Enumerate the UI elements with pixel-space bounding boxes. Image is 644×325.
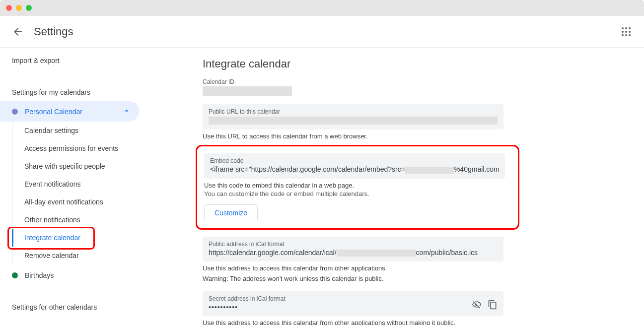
redacted-icon (203, 86, 292, 96)
ical-public-prefix: https://calendar.google.com/calendar/ica… (209, 249, 337, 257)
sidebar-sub-event-notifications[interactable]: Event notifications (12, 175, 139, 193)
sidebar-calendar-label: Birthdays (25, 271, 54, 279)
sidebar-sub-share-people[interactable]: Share with specific people (12, 157, 139, 175)
sidebar: Import & export Settings for my calendar… (0, 48, 139, 325)
embed-code-suffix: %40gmail.com (454, 165, 499, 173)
embed-code-value: <iframe src="https://calendar.google.com… (210, 165, 499, 173)
ical-public-suffix: com/public/basic.ics (416, 249, 478, 257)
public-url-help: Use this URL to access this calendar fro… (203, 132, 632, 140)
ical-public-field[interactable]: Public address in iCal format https://ca… (203, 237, 503, 261)
copy-icon[interactable] (488, 300, 498, 311)
ical-secret-field[interactable]: Secret address in iCal format •••••••••• (203, 291, 503, 316)
sidebar-calendar-label: Personal Calendar (25, 108, 82, 116)
ical-secret-help: Use this address to access this calendar… (203, 319, 632, 325)
sidebar-sub-integrate-calendar[interactable]: Integrate calendar (12, 229, 139, 247)
svg-point-1 (625, 27, 627, 29)
embed-code-label: Embed code (210, 157, 499, 164)
embed-code-prefix: <iframe src="https://calendar.google.com… (210, 165, 405, 173)
redacted-icon (337, 250, 416, 257)
sidebar-heading-other-calendars: Settings for other calendars (0, 298, 139, 316)
ical-secret-label: Secret address in iCal format (209, 295, 286, 302)
back-button[interactable] (12, 26, 24, 38)
sidebar-item-import-export[interactable]: Import & export (0, 52, 139, 69)
minimize-icon[interactable] (16, 5, 22, 11)
sidebar-sub-calendar-settings[interactable]: Calendar settings (12, 122, 139, 139)
ical-public-help: Use this address to access this calendar… (203, 264, 632, 272)
svg-point-3 (622, 31, 624, 33)
embed-help-2: You can customize the code or embed mult… (204, 190, 511, 197)
sidebar-heading-my-calendars: Settings for my calendars (0, 83, 139, 101)
apps-launcher-button[interactable] (616, 22, 636, 42)
redacted-icon (209, 117, 498, 125)
sidebar-sub-other-notifications[interactable]: Other notifications (12, 211, 139, 229)
svg-point-0 (622, 27, 624, 29)
chevron-up-icon (122, 106, 131, 117)
main-content: Integrate calendar Calendar ID Public UR… (139, 48, 644, 325)
ical-public-label: Public address in iCal format (209, 241, 498, 248)
window-titlebar (0, 0, 644, 16)
sidebar-sub-access-permissions[interactable]: Access permissions for events (12, 139, 139, 157)
sidebar-calendar-birthdays[interactable]: Birthdays (0, 266, 139, 284)
calendar-color-dot-icon (12, 272, 18, 278)
visibility-off-icon[interactable] (472, 300, 482, 311)
page-title: Settings (34, 25, 73, 38)
close-icon[interactable] (6, 5, 12, 11)
embed-help-1: Use this code to embed this calendar in … (204, 182, 511, 189)
ical-secret-value: •••••••••• (209, 303, 286, 311)
public-url-label: Public URL to this calendar (209, 108, 498, 115)
sidebar-sub-allday-notifications[interactable]: All-day event notifications (12, 193, 139, 211)
redacted-icon (405, 167, 454, 174)
ical-public-warning: Warning: The address won't work unless t… (203, 275, 632, 282)
sidebar-calendar-personal[interactable]: Personal Calendar (0, 101, 139, 122)
svg-point-2 (629, 27, 631, 29)
ical-public-value: https://calendar.google.com/calendar/ica… (209, 249, 498, 257)
calendar-id-label: Calendar ID (203, 78, 632, 85)
calendar-color-dot-icon (12, 109, 18, 115)
svg-point-4 (625, 31, 627, 33)
sidebar-sub-remove-calendar[interactable]: Remove calendar (12, 247, 139, 264)
embed-code-field[interactable]: Embed code <iframe src="https://calendar… (204, 153, 505, 178)
maximize-icon[interactable] (26, 5, 32, 11)
svg-point-8 (629, 34, 631, 36)
annotation-highlight-main-icon: Embed code <iframe src="https://calendar… (196, 145, 519, 229)
svg-point-6 (622, 34, 624, 36)
public-url-field[interactable]: Public URL to this calendar (203, 104, 503, 130)
customize-button[interactable]: Customize (204, 204, 258, 221)
svg-point-7 (625, 34, 627, 36)
svg-point-5 (629, 31, 631, 33)
section-title: Integrate calendar (203, 58, 632, 70)
header: Settings (0, 16, 644, 48)
